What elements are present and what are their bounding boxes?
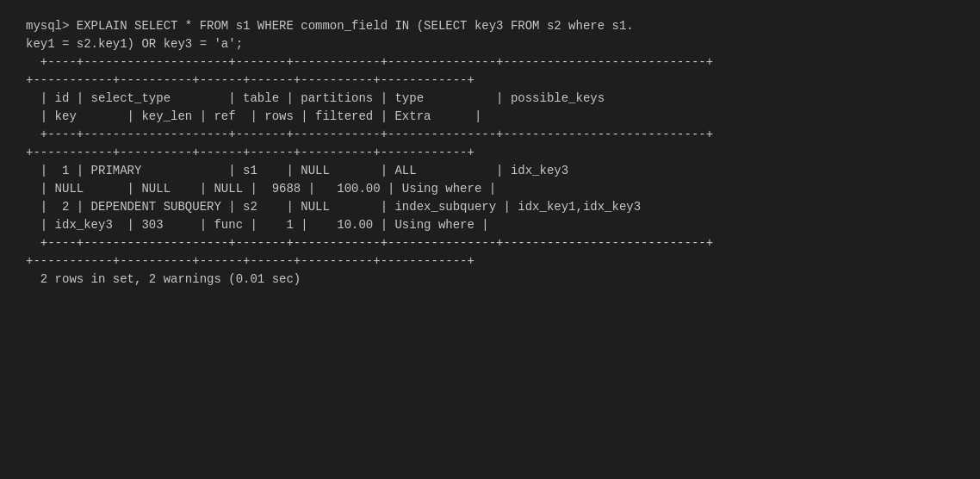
header-row-2: | key | key_len | ref | rows | filtered … bbox=[26, 108, 954, 126]
data-row-2a: | 2 | DEPENDENT SUBQUERY | s2 | NULL | i… bbox=[26, 198, 954, 216]
divider-3a: +----+--------------------+-------+-----… bbox=[26, 234, 954, 252]
divider-2b: +-----------+----------+------+------+--… bbox=[26, 144, 954, 162]
command-line-1: mysql> EXPLAIN SELECT * FROM s1 WHERE co… bbox=[26, 17, 954, 35]
data-row-1a: | 1 | PRIMARY | s1 | NULL | ALL | idx_ke… bbox=[26, 162, 954, 180]
data-row-2b: | idx_key3 | 303 | func | 1 | 10.00 | Us… bbox=[26, 216, 954, 234]
result-line: 2 rows in set, 2 warnings (0.01 sec) bbox=[26, 271, 954, 289]
divider-1b: +-----------+----------+------+------+--… bbox=[26, 72, 954, 90]
command-line-2: key1 = s2.key1) OR key3 = 'a'; bbox=[26, 35, 954, 53]
divider-1a: +----+--------------------+-------+-----… bbox=[26, 53, 954, 72]
divider-2a: +----+--------------------+-------+-----… bbox=[26, 126, 954, 144]
terminal-window: mysql> EXPLAIN SELECT * FROM s1 WHERE co… bbox=[26, 17, 954, 289]
header-row-1: | id | select_type | table | partitions … bbox=[26, 90, 954, 108]
data-row-1b: | NULL | NULL | NULL | 9688 | 100.00 | U… bbox=[26, 180, 954, 198]
divider-3b: +-----------+----------+------+------+--… bbox=[26, 252, 954, 271]
